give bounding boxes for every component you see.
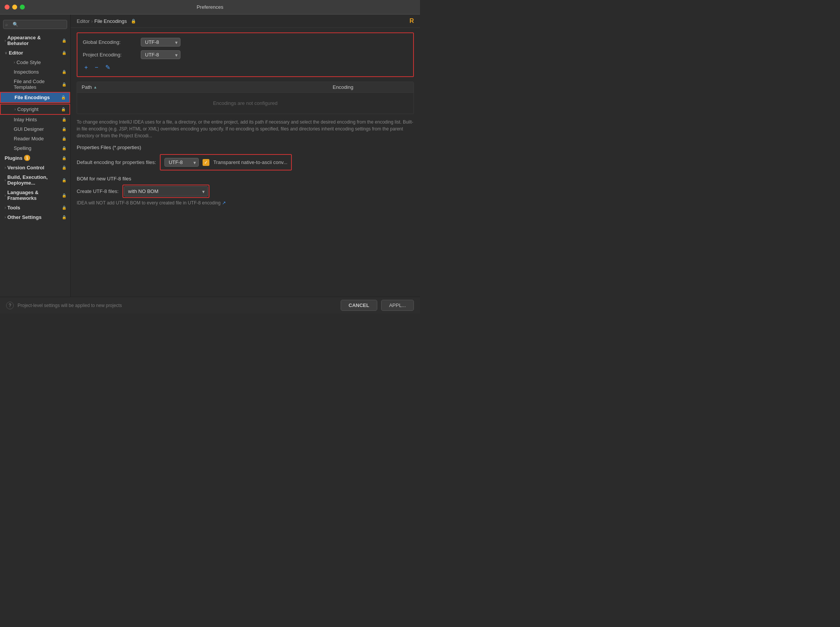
transparent-checkbox[interactable]: ✓ <box>203 159 209 166</box>
add-encoding-button[interactable]: + <box>83 63 89 72</box>
transparent-label: Transparent native-to-ascii conv... <box>213 159 287 165</box>
global-encoding-label: Global Encoding: <box>83 39 136 45</box>
sidebar-item-copyright[interactable]: › Copyright 🔒 <box>0 104 70 115</box>
lock-icon: 🔒 <box>62 156 66 160</box>
sidebar-item-label: Editor <box>9 50 23 56</box>
sidebar-item-label: GUI Designer <box>14 126 44 132</box>
lock-icon: 🔒 <box>61 95 66 100</box>
properties-section: Properties Files (*.properties) Default … <box>77 145 414 170</box>
lock-icon: 🔒 <box>62 178 66 182</box>
table-header-path[interactable]: Path ▲ <box>82 84 333 90</box>
maximize-button[interactable] <box>20 5 25 10</box>
sidebar-item-label: File and Code Templates <box>14 79 62 90</box>
help-button[interactable]: ? <box>6 302 14 309</box>
lock-icon: 🔒 <box>62 193 66 198</box>
bom-row: Create UTF-8 files: with NO BOM with BOM… <box>77 185 414 198</box>
plugins-badge: 1 <box>24 155 30 161</box>
table-header: Path ▲ Encoding <box>77 82 414 93</box>
sort-icon: ▲ <box>93 85 97 89</box>
sidebar-item-label: Code Style <box>16 59 41 65</box>
sidebar-item-label: Appearance & Behavior <box>7 35 62 46</box>
remove-encoding-button[interactable]: − <box>93 63 100 72</box>
lock-icon: 🔒 <box>61 107 66 111</box>
lock-icon: 🔒 <box>62 215 66 219</box>
sidebar-item-languages-frameworks[interactable]: › Languages & Frameworks 🔒 <box>0 188 70 203</box>
r-icon: R <box>409 18 414 24</box>
expand-arrow-icon: › <box>5 193 6 198</box>
properties-row: Default encoding for properties files: U… <box>77 154 414 170</box>
project-encoding-row: Project Encoding: UTF-8 UTF-16 ISO-8859-… <box>83 50 408 59</box>
toolbar-row: + − ✎ <box>83 63 408 72</box>
lock-icon: 🔒 <box>62 117 66 122</box>
search-input[interactable] <box>3 20 67 29</box>
sidebar-item-file-code-templates[interactable]: File and Code Templates 🔒 <box>0 77 70 92</box>
search-icon: ⌕ <box>5 22 8 27</box>
project-encoding-select[interactable]: UTF-8 UTF-16 ISO-8859-1 <box>141 50 180 59</box>
empty-message: Encodings are not configured <box>213 100 277 106</box>
lock-icon: 🔒 <box>62 82 66 87</box>
edit-encoding-button[interactable]: ✎ <box>104 63 112 72</box>
bottom-hint: Project-level settings will be applied t… <box>18 303 122 308</box>
sidebar-item-label: Tools <box>7 205 20 211</box>
content-scroll: Global Encoding: UTF-8 UTF-16 ISO-8859-1… <box>71 28 420 297</box>
sidebar-item-other-settings[interactable]: › Other Settings 🔒 <box>0 212 70 222</box>
table-header-encoding[interactable]: Encoding <box>333 84 409 90</box>
expand-arrow-icon: › <box>5 178 6 182</box>
breadcrumb-lock-icon: 🔒 <box>131 19 136 24</box>
traffic-lights <box>5 5 25 10</box>
expand-arrow-icon: › <box>5 215 6 219</box>
bom-title: BOM for new UTF-8 files <box>77 176 414 182</box>
expand-arrow-icon: › <box>14 60 15 64</box>
sidebar-item-label: Other Settings <box>7 214 42 220</box>
sidebar-item-plugins[interactable]: Plugins 1 🔒 <box>0 153 70 163</box>
bom-section: BOM for new UTF-8 files Create UTF-8 fil… <box>77 176 414 206</box>
sidebar-item-editor[interactable]: ∨ Editor 🔒 <box>0 48 70 58</box>
breadcrumb-separator: › <box>91 18 93 24</box>
encoding-section: Global Encoding: UTF-8 UTF-16 ISO-8859-1… <box>77 32 414 77</box>
props-encoding-select[interactable]: UTF-8 <box>164 158 199 167</box>
table-body: Encodings are not configured <box>77 93 414 114</box>
breadcrumb: Editor › File Encodings 🔒 R <box>71 14 420 28</box>
sidebar-item-reader-mode[interactable]: Reader Mode 🔒 <box>0 134 70 143</box>
cancel-button[interactable]: CANCEL <box>341 300 377 311</box>
sidebar-item-build-execution[interactable]: › Build, Execution, Deployme... 🔒 <box>0 172 70 188</box>
sidebar-item-gui-designer[interactable]: GUI Designer 🔒 <box>0 124 70 134</box>
sidebar-item-appearance-behavior[interactable]: › Appearance & Behavior 🔒 <box>0 33 70 48</box>
bom-external-link[interactable]: ↗ <box>222 200 226 206</box>
sidebar-item-inlay-hints[interactable]: Inlay Hints 🔒 <box>0 115 70 124</box>
global-encoding-row: Global Encoding: UTF-8 UTF-16 ISO-8859-1 <box>83 38 408 47</box>
properties-title: Properties Files (*.properties) <box>77 145 414 150</box>
sidebar-item-label: Plugins <box>5 155 23 161</box>
global-encoding-select[interactable]: UTF-8 UTF-16 ISO-8859-1 <box>141 38 180 47</box>
bottom-bar: ? Project-level settings will be applied… <box>0 297 420 314</box>
properties-box: UTF-8 ✓ Transparent native-to-ascii conv… <box>160 154 292 170</box>
default-encoding-label: Default encoding for properties files: <box>77 159 156 165</box>
apply-button[interactable]: APPL... <box>381 300 414 311</box>
bom-hint: IDEA will NOT add UTF-8 BOM to every cre… <box>77 200 414 206</box>
sidebar-item-version-control[interactable]: › Version Control 🔒 <box>0 163 70 172</box>
sidebar-item-spelling[interactable]: Spelling 🔒 <box>0 143 70 153</box>
minimize-button[interactable] <box>12 5 17 10</box>
encoding-table: Path ▲ Encoding Encodings are not config… <box>77 82 414 114</box>
create-utf8-label: Create UTF-8 files: <box>77 188 119 194</box>
bottom-left: ? Project-level settings will be applied… <box>6 302 122 309</box>
sidebar-item-inspections[interactable]: Inspections 🔒 <box>0 67 70 77</box>
bom-select[interactable]: with NO BOM with BOM with BOM if needed <box>124 186 208 196</box>
lock-icon: 🔒 <box>62 137 66 141</box>
close-button[interactable] <box>5 5 10 10</box>
content-area: Editor › File Encodings 🔒 R Global Encod… <box>71 14 420 297</box>
lock-icon: 🔒 <box>62 70 66 74</box>
expand-arrow-icon: › <box>5 166 6 170</box>
expand-arrow-icon: ∨ <box>5 51 7 55</box>
sidebar-item-file-encodings[interactable]: File Encodings 🔒 <box>0 92 70 103</box>
lock-icon: 🔒 <box>62 146 66 150</box>
sidebar-item-label: Languages & Frameworks <box>7 190 62 201</box>
sidebar-item-label: Reader Mode <box>14 136 44 141</box>
sidebar-item-label: Build, Execution, Deployme... <box>7 174 62 186</box>
bottom-right: CANCEL APPL... <box>341 300 414 311</box>
sidebar-item-code-style[interactable]: › Code Style <box>0 58 70 67</box>
expand-arrow-icon: › <box>5 206 6 210</box>
search-bar: ⌕ <box>3 20 67 29</box>
title-bar: Preferences <box>0 0 420 14</box>
sidebar-item-tools[interactable]: › Tools 🔒 <box>0 203 70 212</box>
